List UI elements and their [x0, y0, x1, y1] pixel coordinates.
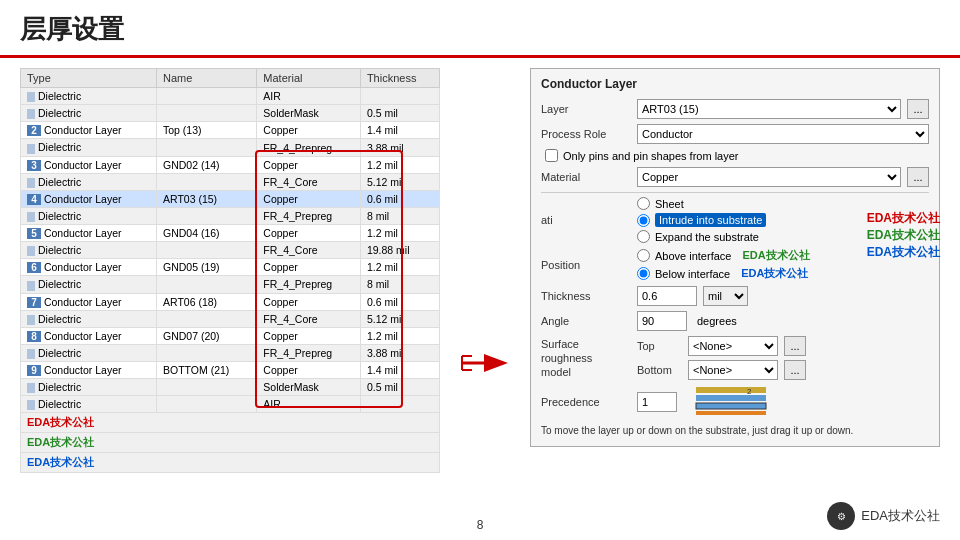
layer-table: Type Name Material Thickness DielectricA… [20, 68, 440, 473]
col-name: Name [157, 69, 257, 88]
table-row: DielectricFR_4_Prepreg3.88 mil [21, 139, 440, 156]
sheet-radio[interactable] [637, 197, 650, 210]
eda-pos-2: EDA技术公社 [741, 266, 808, 281]
cell-name [157, 88, 257, 105]
table-row[interactable]: 3 Conductor LayerGND02 (14)Copper1.2 mil [21, 156, 440, 173]
layer-select[interactable]: ART03 (15) [637, 99, 901, 119]
table-row[interactable]: 9 Conductor LayerBOTTOM (21)Copper1.4 mi… [21, 361, 440, 378]
layer-dots-button[interactable]: ... [907, 99, 929, 119]
process-role-select[interactable]: Conductor [637, 124, 929, 144]
intrude-radio[interactable] [637, 214, 650, 227]
table-row[interactable]: 2 Conductor LayerTop (13)Copper1.4 mil [21, 122, 440, 139]
cell-material: SolderMask [257, 378, 361, 395]
cell-thickness: 0.6 mil [360, 293, 439, 310]
cell-material: Copper [257, 190, 361, 207]
expand-radio[interactable] [637, 230, 650, 243]
thickness-row: Thickness mil [541, 286, 929, 306]
cell-material: Copper [257, 122, 361, 139]
cell-thickness: 19.88 mil [360, 242, 439, 259]
thickness-label: Thickness [541, 290, 631, 302]
layer-table-panel: Type Name Material Thickness DielectricA… [20, 68, 440, 528]
table-row: DielectricSolderMask0.5 mil [21, 378, 440, 395]
cell-name: Top (13) [157, 122, 257, 139]
table-row[interactable]: 7 Conductor LayerART06 (18)Copper0.6 mil [21, 293, 440, 310]
cell-name [157, 242, 257, 259]
cell-material: Copper [257, 293, 361, 310]
thickness-unit-select[interactable]: mil [703, 286, 748, 306]
cell-type: Dielectric [21, 105, 157, 122]
above-radio-row: Above interface EDA技术公社 [637, 248, 810, 263]
cell-thickness: 1.4 mil [360, 122, 439, 139]
layer-color-indicator [27, 92, 35, 102]
cell-thickness: 1.2 mil [360, 327, 439, 344]
cell-type: 9 Conductor Layer [21, 361, 157, 378]
cell-name [157, 276, 257, 293]
layer-color-indicator [27, 315, 35, 325]
watermark-row: EDA技术公社 [21, 413, 440, 433]
watermark-row: EDA技术公社 [21, 433, 440, 453]
table-row: DielectricFR_4_Core19.88 mil [21, 242, 440, 259]
surface-top-dots[interactable]: ... [784, 336, 806, 356]
conductor-panel-title: Conductor Layer [541, 77, 929, 91]
cell-name [157, 310, 257, 327]
row-number-badge: 9 [27, 365, 41, 376]
page-number: 8 [477, 518, 484, 532]
cell-material: FR_4_Core [257, 242, 361, 259]
cell-name: GND02 (14) [157, 156, 257, 173]
cell-name [157, 207, 257, 224]
cell-thickness: 5.12 mil [360, 173, 439, 190]
position-label: Position [541, 259, 631, 271]
bottom-brand: ⚙ EDA技术公社 [827, 502, 940, 530]
table-row: DielectricAIR [21, 396, 440, 413]
brand-text: EDA技术公社 [861, 507, 940, 525]
table-row[interactable]: 6 Conductor LayerGND05 (19)Copper1.2 mil [21, 259, 440, 276]
cell-name [157, 105, 257, 122]
cell-type: Dielectric [21, 207, 157, 224]
cell-thickness: 8 mil [360, 276, 439, 293]
table-row[interactable]: 8 Conductor LayerGND07 (20)Copper1.2 mil [21, 327, 440, 344]
right-panel: Conductor Layer Layer ART03 (15) ... Pro… [530, 68, 940, 528]
surface-bottom-dots[interactable]: ... [784, 360, 806, 380]
cell-name [157, 139, 257, 156]
sheet-label: Sheet [655, 198, 684, 210]
arrow-icon [460, 348, 510, 378]
expand-radio-row: Expand the substrate [637, 230, 766, 243]
surface-bottom-select[interactable]: <None> [688, 360, 778, 380]
surface-top-label: Top [637, 340, 682, 352]
layer-viz-svg: 2 [691, 385, 771, 417]
layer-label: Layer [541, 103, 631, 115]
cell-name: BOTTOM (21) [157, 361, 257, 378]
material-select[interactable]: Copper [637, 167, 901, 187]
below-radio[interactable] [637, 267, 650, 280]
layer-color-indicator [27, 178, 35, 188]
layer-row: Layer ART03 (15) ... [541, 99, 929, 119]
col-material: Material [257, 69, 361, 88]
watermark-cell: EDA技术公社 [21, 413, 440, 433]
angle-input[interactable] [637, 311, 687, 331]
material-dots-button[interactable]: ... [907, 167, 929, 187]
intrude-label: Intrude into substrate [655, 213, 766, 227]
row-number-badge: 8 [27, 331, 41, 342]
above-radio[interactable] [637, 249, 650, 262]
layer-color-indicator [27, 246, 35, 256]
material-label: Material [541, 171, 631, 183]
table-row[interactable]: 4 Conductor LayerART03 (15)Copper0.6 mil [21, 190, 440, 207]
table-row[interactable]: 5 Conductor LayerGND04 (16)Copper1.2 mil [21, 225, 440, 242]
process-role-label: Process Role [541, 128, 631, 140]
cell-type: 2 Conductor Layer [21, 122, 157, 139]
surface-top-select[interactable]: <None> [688, 336, 778, 356]
cell-material: SolderMask [257, 105, 361, 122]
only-pins-checkbox[interactable] [545, 149, 558, 162]
layer-color-indicator [27, 109, 35, 119]
table-row: DielectricAIR [21, 88, 440, 105]
thickness-input[interactable] [637, 286, 697, 306]
table-row: DielectricFR_4_Core5.12 mil [21, 173, 440, 190]
precedence-input[interactable] [637, 392, 677, 412]
cell-name: ART06 (18) [157, 293, 257, 310]
cell-thickness: 1.4 mil [360, 361, 439, 378]
cell-type: Dielectric [21, 139, 157, 156]
precedence-label: Precedence [541, 396, 631, 408]
cell-type: 6 Conductor Layer [21, 259, 157, 276]
cell-type: 4 Conductor Layer [21, 190, 157, 207]
layer-color-indicator [27, 349, 35, 359]
